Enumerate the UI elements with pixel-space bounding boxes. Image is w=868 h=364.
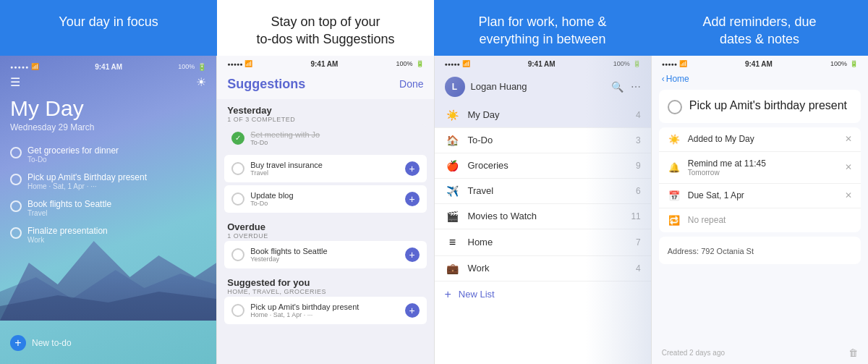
reminder-row[interactable]: 🔔 Remind me at 11:45 Tomorrow ✕ [659, 152, 861, 184]
new-todo-button[interactable]: + New to-do [10, 329, 206, 357]
section-title: Yesterday [227, 105, 423, 116]
suggestion-item[interactable]: Buy travel insurance Travel + [224, 155, 426, 182]
done-button[interactable]: Done [399, 78, 423, 90]
list-row-home[interactable]: ≡ Home 7 [435, 229, 651, 256]
reminder-text: Remind me at 11:45 [688, 158, 766, 169]
suggestion-sub: Travel [250, 169, 404, 177]
list-row-movies[interactable]: 🎬 Movies to Watch 11 [435, 204, 651, 229]
task-name: Pick up Amit's Birthday present [27, 172, 206, 182]
calendar-icon: 📅 [668, 190, 681, 201]
reminder-sub: Tomorrow [688, 169, 845, 177]
status-time-3: 9:41 AM [528, 60, 556, 68]
task-circle [10, 174, 22, 185]
list-row-travel[interactable]: ✈️ Travel 6 [435, 179, 651, 204]
add-button[interactable]: + [405, 247, 420, 262]
battery-icon-2: 🔋 [416, 60, 424, 67]
list-name: My Day [468, 109, 637, 120]
task-sub: Work [27, 236, 206, 244]
list-row-todo[interactable]: 🏠 To-Do 3 [435, 128, 651, 153]
panel2-label: Stay on top of your to-dos with Suggesti… [217, 0, 434, 56]
panel-lists: ●●●●● 📶 9:41 AM 100% 🔋 L Logan Huang 🔍 ⋯ [434, 56, 651, 364]
suggestion-item[interactable]: ✓ Set meeting with Jo To-Do [224, 124, 426, 152]
list-row-work[interactable]: 💼 Work 4 [435, 256, 651, 282]
due-date-row[interactable]: 📅 Due Sat, 1 Apr ✕ [659, 184, 861, 208]
suggestion-sub: Home · Sat, 1 Apr · ··· [250, 311, 404, 318]
search-icon[interactable]: 🔍 [611, 81, 624, 93]
trash-icon[interactable]: 🗑 [848, 347, 858, 358]
task-item[interactable]: Book flights to Seattle Travel [10, 199, 206, 217]
myday-icon: ☀️ [445, 109, 461, 121]
section-title: Overdue [227, 221, 423, 232]
suggestion-name: Update blog [250, 191, 404, 200]
suggestion-name: Buy travel insurance [250, 161, 404, 169]
close-icon[interactable]: ✕ [845, 162, 852, 172]
list-name: Home [468, 237, 637, 247]
suggestion-item[interactable]: Update blog To-Do + [224, 185, 426, 213]
repeat-row[interactable]: 🔁 No repeat [659, 208, 861, 232]
add-button[interactable]: + [405, 303, 420, 318]
suggestions-body: Yesterday 1 OF 3 COMPLETED ✓ Set meeting… [217, 99, 433, 364]
back-button[interactable]: ‹ Home [662, 74, 689, 84]
task-item[interactable]: Get groceries for dinner To-Do [10, 145, 206, 164]
task-circle-detail[interactable] [668, 100, 682, 114]
suggestion-item[interactable]: Pick up Amit's birthday present Home · S… [224, 297, 426, 324]
close-icon[interactable]: ✕ [845, 134, 852, 144]
suggestion-name: Pick up Amit's birthday present [250, 302, 404, 311]
chevron-left-icon: ‹ [662, 74, 665, 84]
due-date-text: Due Sat, 1 Apr [688, 190, 845, 200]
task-sub: Home · Sat, 1 Apr · ··· [27, 182, 206, 190]
nav-bar-4: ‹ Home [652, 71, 868, 90]
menu-icon[interactable]: ☰ [10, 75, 20, 89]
section-yesterday: Yesterday 1 OF 3 COMPLETED [224, 99, 426, 124]
task-sub: To-Do [27, 156, 206, 164]
user-avatar: L [445, 77, 465, 97]
brightness-icon[interactable]: ☀ [196, 75, 206, 89]
added-to-myday-row[interactable]: ☀️ Added to My Day ✕ [659, 127, 861, 152]
plus-icon: + [445, 288, 451, 301]
list-row-myday[interactable]: ☀️ My Day 4 [435, 103, 651, 128]
status-time-2: 9:41 AM [310, 60, 338, 68]
suggestion-name: Set meeting with Jo [250, 130, 419, 139]
list-count: 4 [636, 110, 641, 120]
suggestions-title: Suggestions [227, 77, 305, 92]
task-circle [10, 227, 22, 239]
wifi-icon: 📶 [31, 63, 39, 70]
task-circle [231, 162, 244, 175]
address-text: Address: 792 Octania St [668, 247, 754, 255]
close-icon[interactable]: ✕ [845, 190, 852, 200]
travel-icon: ✈️ [445, 185, 461, 197]
signal-dots-4: ●●●●● [662, 62, 677, 67]
add-button[interactable]: + [405, 192, 420, 206]
battery-1: 100% [178, 63, 195, 70]
suggestion-sub: Yesterday [250, 255, 404, 263]
section-subtitle: 1 OVERDUE [227, 232, 423, 240]
task-list-1: Get groceries for dinner To-Do Pick up A… [10, 145, 206, 329]
panel-detail: ●●●●● 📶 9:41 AM 100% 🔋 ‹ Home [651, 56, 868, 364]
list-count: 11 [631, 211, 640, 221]
address-row: Address: 792 Octania St [659, 237, 861, 264]
more-icon[interactable]: ⋯ [631, 81, 641, 93]
task-item[interactable]: Finalize presentation Work [10, 226, 206, 244]
task-circle [10, 147, 22, 158]
list-header: L Logan Huang 🔍 ⋯ [435, 71, 651, 103]
list-count: 9 [636, 161, 641, 171]
list-name: Groceries [468, 160, 637, 171]
panel-myday: ●●●●● 📶 9:41 AM 100% 🔋 ☰ ☀ My Day Wednes… [0, 56, 216, 364]
suggestion-sub: To-Do [250, 200, 404, 207]
task-sub: Travel [27, 209, 206, 217]
list-row-groceries[interactable]: 🍎 Groceries 9 [435, 153, 651, 179]
check-circle: ✓ [231, 132, 244, 145]
suggestion-item[interactable]: Book flights to Seattle Yesterday + [224, 241, 426, 268]
repeat-icon: 🔁 [668, 215, 681, 226]
wifi-icon-3: 📶 [462, 60, 470, 67]
battery-icon-1: 🔋 [197, 63, 206, 71]
add-button[interactable]: + [405, 161, 420, 176]
new-list-row[interactable]: + New List [435, 282, 651, 308]
panel-suggestions: ●●●●● 📶 9:41 AM 100% 🔋 Suggestions Done [216, 56, 433, 364]
status-bar-2: ●●●●● 📶 9:41 AM 100% 🔋 [217, 56, 433, 71]
task-circle [231, 192, 244, 206]
myday-title: My Day [10, 96, 206, 121]
panel1-label: Your day in focus [0, 0, 217, 56]
battery-3: 100% [613, 60, 630, 67]
task-item[interactable]: Pick up Amit's Birthday present Home · S… [10, 172, 206, 190]
